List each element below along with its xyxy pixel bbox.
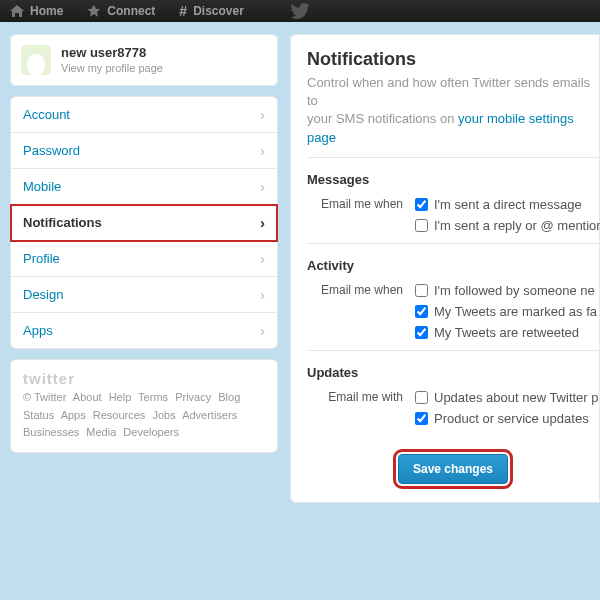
sidebar: new user8778 View my profile page Accoun… bbox=[10, 34, 278, 503]
option-checkbox[interactable] bbox=[415, 198, 428, 211]
nav-connect-label: Connect bbox=[107, 4, 155, 18]
chevron-right-icon: › bbox=[260, 106, 265, 123]
chevron-right-icon: › bbox=[260, 178, 265, 195]
footer-logo: twitter bbox=[23, 370, 265, 387]
chevron-right-icon: › bbox=[260, 250, 265, 267]
section-heading: Updates bbox=[307, 365, 599, 380]
svg-point-0 bbox=[27, 54, 45, 75]
footer-link[interactable]: © Twitter bbox=[23, 391, 66, 403]
option-text: I'm followed by someone ne bbox=[434, 283, 595, 298]
nav-item-account[interactable]: Account› bbox=[11, 97, 277, 133]
nav-item-label: Mobile bbox=[23, 179, 61, 194]
profile-sub: View my profile page bbox=[61, 62, 163, 74]
nav-discover-label: Discover bbox=[193, 4, 244, 18]
section-heading: Messages bbox=[307, 172, 599, 187]
page-title: Notifications bbox=[307, 49, 599, 70]
setting-label: Email me when bbox=[307, 197, 403, 233]
footer-link[interactable]: Businesses bbox=[23, 426, 79, 438]
nav-item-label: Profile bbox=[23, 251, 60, 266]
nav-item-label: Password bbox=[23, 143, 80, 158]
save-changes-button[interactable]: Save changes bbox=[398, 454, 508, 484]
footer-link[interactable]: Resources bbox=[93, 409, 146, 421]
option[interactable]: My Tweets are retweeted bbox=[415, 325, 597, 340]
nav-item-label: Account bbox=[23, 107, 70, 122]
section-heading: Activity bbox=[307, 258, 599, 273]
main-panel: Notifications Control when and how often… bbox=[290, 34, 600, 503]
nav-item-profile[interactable]: Profile› bbox=[11, 241, 277, 277]
nav-item-label: Design bbox=[23, 287, 63, 302]
option[interactable]: Product or service updates bbox=[415, 411, 599, 426]
footer-link[interactable]: Advertisers bbox=[182, 409, 237, 421]
option[interactable]: I'm followed by someone ne bbox=[415, 283, 597, 298]
option-text: Product or service updates bbox=[434, 411, 589, 426]
option-checkbox[interactable] bbox=[415, 391, 428, 404]
chevron-right-icon: › bbox=[260, 322, 265, 339]
footer-links: © Twitter About Help Terms Privacy Blog … bbox=[23, 389, 265, 442]
footer-link[interactable]: Apps bbox=[61, 409, 86, 421]
option-checkbox[interactable] bbox=[415, 412, 428, 425]
footer-link[interactable]: Status bbox=[23, 409, 54, 421]
footer-link[interactable]: About bbox=[73, 391, 102, 403]
option[interactable]: I'm sent a reply or @ mention bbox=[415, 218, 600, 233]
footer-link[interactable]: Blog bbox=[218, 391, 240, 403]
avatar bbox=[21, 45, 51, 75]
footer-link[interactable]: Jobs bbox=[152, 409, 175, 421]
option-text: I'm sent a reply or @ mention bbox=[434, 218, 600, 233]
footer-link[interactable]: Help bbox=[109, 391, 132, 403]
profile-card[interactable]: new user8778 View my profile page bbox=[10, 34, 278, 86]
chevron-right-icon: › bbox=[260, 286, 265, 303]
section-updates: UpdatesEmail me withUpdates about new Tw… bbox=[307, 350, 599, 436]
setting-label: Email me when bbox=[307, 283, 403, 340]
chevron-right-icon: › bbox=[260, 142, 265, 159]
nav-item-label: Apps bbox=[23, 323, 53, 338]
nav-home-label: Home bbox=[30, 4, 63, 18]
option-checkbox[interactable] bbox=[415, 305, 428, 318]
section-activity: ActivityEmail me whenI'm followed by som… bbox=[307, 243, 599, 350]
option[interactable]: I'm sent a direct message bbox=[415, 197, 600, 212]
avatar-egg-icon bbox=[25, 51, 47, 75]
option-checkbox[interactable] bbox=[415, 326, 428, 339]
footer-link[interactable]: Privacy bbox=[175, 391, 211, 403]
footer-link[interactable]: Media bbox=[86, 426, 116, 438]
chevron-right-icon: › bbox=[260, 214, 265, 231]
twitter-logo-icon bbox=[290, 3, 310, 19]
setting-label: Email me with bbox=[307, 390, 403, 426]
nav-item-password[interactable]: Password› bbox=[11, 133, 277, 169]
option[interactable]: Updates about new Twitter p bbox=[415, 390, 599, 405]
section-messages: MessagesEmail me whenI'm sent a direct m… bbox=[307, 157, 599, 243]
option-checkbox[interactable] bbox=[415, 284, 428, 297]
option-text: My Tweets are marked as fa bbox=[434, 304, 597, 319]
option-text: My Tweets are retweeted bbox=[434, 325, 579, 340]
footer-card: twitter © Twitter About Help Terms Priva… bbox=[10, 359, 278, 453]
hash-icon: # bbox=[179, 3, 187, 19]
option-text: I'm sent a direct message bbox=[434, 197, 582, 212]
option[interactable]: My Tweets are marked as fa bbox=[415, 304, 597, 319]
nav-discover[interactable]: # Discover bbox=[179, 3, 244, 19]
connect-icon bbox=[87, 5, 101, 17]
footer-link[interactable]: Terms bbox=[138, 391, 168, 403]
nav-home[interactable]: Home bbox=[10, 4, 63, 18]
nav-item-label: Notifications bbox=[23, 215, 102, 230]
nav-item-mobile[interactable]: Mobile› bbox=[11, 169, 277, 205]
settings-nav: Account›Password›Mobile›Notifications›Pr… bbox=[10, 96, 278, 349]
option-checkbox[interactable] bbox=[415, 219, 428, 232]
footer-link[interactable]: Developers bbox=[123, 426, 179, 438]
page-description: Control when and how often Twitter sends… bbox=[307, 74, 599, 147]
option-text: Updates about new Twitter p bbox=[434, 390, 599, 405]
topbar: Home Connect # Discover bbox=[0, 0, 600, 22]
home-icon bbox=[10, 5, 24, 17]
nav-item-apps[interactable]: Apps› bbox=[11, 313, 277, 348]
nav-item-design[interactable]: Design› bbox=[11, 277, 277, 313]
profile-name: new user8778 bbox=[61, 45, 146, 60]
nav-connect[interactable]: Connect bbox=[87, 4, 155, 18]
nav-item-notifications[interactable]: Notifications› bbox=[11, 205, 277, 241]
